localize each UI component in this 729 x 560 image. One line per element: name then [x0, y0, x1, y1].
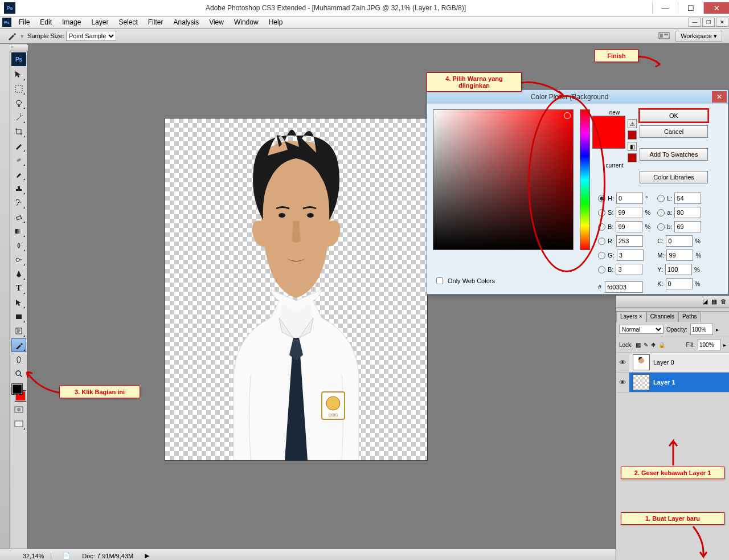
- menu-analysis[interactable]: Analysis: [168, 17, 204, 27]
- k-input[interactable]: [666, 278, 693, 289]
- l-input[interactable]: [674, 193, 701, 204]
- r-input[interactable]: [616, 235, 643, 247]
- type-tool[interactable]: T: [11, 281, 26, 295]
- g-radio[interactable]: [598, 252, 605, 259]
- color-libraries-button[interactable]: Color Libraries: [640, 171, 708, 183]
- toolbox-grip[interactable]: ››: [10, 45, 28, 51]
- move-tool[interactable]: [11, 68, 26, 81]
- crop-tool[interactable]: [11, 125, 26, 138]
- doc-menu-icon[interactable]: ▶: [145, 552, 149, 559]
- workspace-button[interactable]: Workspace ▾: [675, 31, 722, 42]
- lock-trans-icon[interactable]: ▩: [636, 342, 641, 348]
- gamut-swatch[interactable]: [628, 130, 637, 140]
- lock-paint-icon[interactable]: ✎: [644, 342, 648, 348]
- s-input[interactable]: [616, 207, 642, 218]
- hand-tool[interactable]: [11, 353, 26, 366]
- gradient-tool[interactable]: [11, 224, 26, 238]
- notes-tool[interactable]: [11, 324, 26, 338]
- cancel-button[interactable]: Cancel: [640, 125, 708, 138]
- r-radio[interactable]: [598, 238, 605, 245]
- layer-row-0[interactable]: 👁 Layer 0: [616, 353, 729, 373]
- document-window[interactable]: OSIS: [165, 118, 428, 461]
- s-radio[interactable]: [598, 209, 605, 216]
- menu-window[interactable]: Window: [229, 17, 264, 27]
- menu-filter[interactable]: Filter: [143, 17, 169, 27]
- tab-channels[interactable]: Channels: [646, 312, 678, 322]
- blur-tool[interactable]: [11, 239, 26, 252]
- lasso-tool[interactable]: [11, 96, 26, 110]
- g-input[interactable]: [617, 250, 644, 261]
- wand-tool[interactable]: [11, 111, 26, 124]
- layer-name[interactable]: Layer 0: [653, 359, 674, 366]
- swatch-icon[interactable]: ▦: [711, 298, 717, 305]
- m-input[interactable]: [666, 250, 693, 261]
- color-swatches[interactable]: [11, 383, 27, 402]
- add-swatches-button[interactable]: Add To Swatches: [640, 148, 708, 161]
- hex-input[interactable]: [605, 281, 643, 293]
- zoom-tool[interactable]: [11, 367, 26, 381]
- minimize-button[interactable]: —: [652, 2, 678, 14]
- stamp-tool[interactable]: [11, 182, 26, 195]
- screenmode-button[interactable]: [11, 417, 26, 431]
- lock-all-icon[interactable]: 🔒: [658, 342, 665, 348]
- doc-close-button[interactable]: ✕: [716, 18, 728, 27]
- color-picker-titlebar[interactable]: Color Picker (Background ✕: [427, 90, 728, 104]
- shape-tool[interactable]: [11, 310, 26, 324]
- blend-mode-select[interactable]: Normal: [619, 325, 664, 334]
- bblue-radio[interactable]: [598, 266, 605, 273]
- tab-layers[interactable]: Layers ×: [616, 312, 646, 322]
- history-brush-tool[interactable]: [11, 196, 26, 210]
- bridge-icon[interactable]: [658, 31, 670, 41]
- hue-slider[interactable]: [578, 109, 591, 249]
- bval-input[interactable]: [616, 221, 642, 232]
- path-select-tool[interactable]: [11, 296, 26, 309]
- h-radio[interactable]: [598, 195, 605, 202]
- l-radio[interactable]: [657, 195, 665, 202]
- menu-select[interactable]: Select: [113, 17, 142, 27]
- pen-tool[interactable]: [11, 267, 26, 281]
- websafe-warn-icon[interactable]: ◧: [628, 142, 637, 151]
- color-field[interactable]: [433, 109, 574, 250]
- doc-minimize-button[interactable]: —: [689, 18, 701, 27]
- tab-paths[interactable]: Paths: [678, 312, 701, 322]
- visibility-icon[interactable]: 👁: [616, 373, 629, 392]
- sample-size-select[interactable]: Point Sample: [66, 31, 116, 41]
- y-input[interactable]: [665, 264, 692, 275]
- h-input[interactable]: [616, 193, 643, 204]
- opacity-input[interactable]: [690, 324, 713, 335]
- lock-move-icon[interactable]: ✥: [651, 342, 656, 348]
- zoom-value[interactable]: 32,14%: [23, 553, 51, 559]
- scratch-icon[interactable]: 📄: [63, 552, 71, 559]
- a-radio[interactable]: [657, 209, 665, 216]
- fill-input[interactable]: [698, 339, 720, 350]
- bb-input[interactable]: [674, 221, 701, 232]
- palette-icon[interactable]: ◪: [702, 298, 708, 305]
- dodge-tool[interactable]: [11, 253, 26, 267]
- menu-image[interactable]: Image: [57, 17, 86, 27]
- menu-view[interactable]: View: [204, 17, 229, 27]
- eraser-tool[interactable]: [11, 210, 26, 224]
- heal-tool[interactable]: [11, 153, 26, 167]
- websafe-swatch[interactable]: [628, 153, 637, 162]
- menu-file[interactable]: File: [14, 17, 35, 27]
- only-web-checkbox[interactable]: [436, 277, 443, 284]
- brush-tool[interactable]: [11, 167, 26, 181]
- eyedropper-tool[interactable]: [11, 338, 26, 352]
- visibility-icon[interactable]: 👁: [616, 353, 629, 372]
- quickmask-button[interactable]: [11, 403, 26, 416]
- layer-name[interactable]: Layer 1: [653, 379, 675, 386]
- menu-layer[interactable]: Layer: [86, 17, 113, 27]
- menu-edit[interactable]: Edit: [35, 17, 57, 27]
- layer-row-1[interactable]: 👁 Layer 1: [616, 373, 729, 393]
- color-picker-close-button[interactable]: ✕: [712, 91, 727, 103]
- bblue-input[interactable]: [616, 264, 642, 275]
- slice-tool[interactable]: [11, 139, 26, 153]
- delete-icon[interactable]: 🗑: [720, 298, 727, 305]
- b-radio[interactable]: [598, 223, 605, 231]
- b2-radio[interactable]: [657, 223, 665, 231]
- menu-help[interactable]: Help: [264, 17, 288, 27]
- maximize-button[interactable]: ☐: [678, 2, 703, 14]
- close-button[interactable]: ✕: [703, 2, 729, 14]
- c-input[interactable]: [666, 235, 693, 247]
- ok-button[interactable]: OK: [640, 109, 708, 122]
